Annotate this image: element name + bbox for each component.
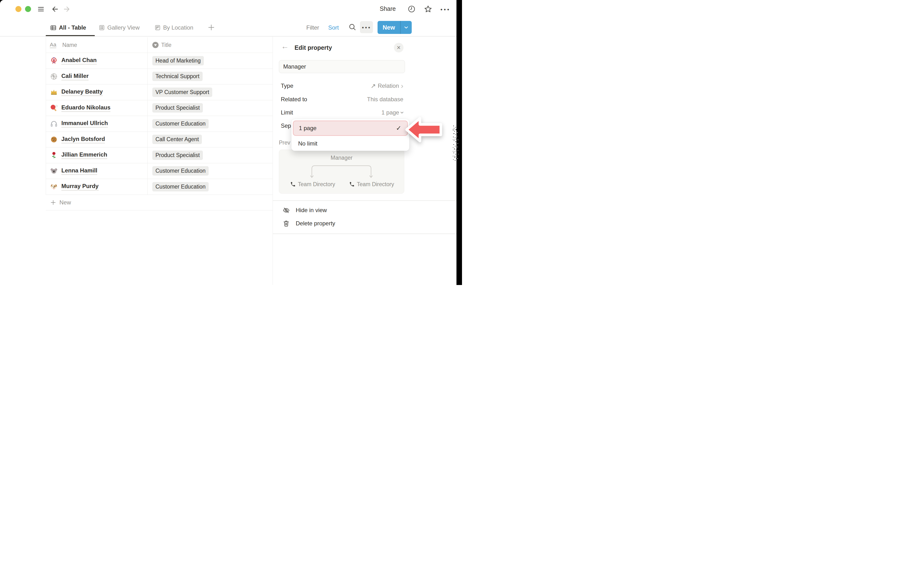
title-tag[interactable]: Head of Marketing bbox=[152, 56, 204, 66]
property-row-related-to[interactable]: Related to This database bbox=[279, 95, 403, 104]
new-button-label[interactable]: New bbox=[378, 21, 400, 34]
name-cell[interactable]: Anabel Chan bbox=[46, 57, 147, 65]
table-row[interactable]: Eduardo Nikolaus Product Specialist bbox=[46, 100, 273, 116]
title-tag[interactable]: VP Customer Support bbox=[152, 87, 212, 97]
maximize-window-button[interactable] bbox=[25, 6, 31, 12]
page-name[interactable]: Lenna Hamill bbox=[61, 167, 97, 175]
new-row-button[interactable]: New bbox=[46, 195, 273, 211]
property-row-type[interactable]: Type ↗ Relation › bbox=[279, 81, 403, 91]
table-row[interactable]: Jillian Emmerich Product Specialist bbox=[46, 147, 273, 163]
search-icon[interactable] bbox=[348, 23, 356, 31]
name-cell[interactable]: Cali Miller bbox=[46, 72, 147, 81]
preview-child-item: Team Directory bbox=[349, 181, 394, 188]
checkmark-icon: ✓ bbox=[396, 124, 401, 132]
name-cell[interactable]: Immanuel Ullrich bbox=[46, 120, 147, 128]
panel-divider bbox=[273, 233, 457, 234]
name-cell[interactable]: Lenna Hamill bbox=[46, 167, 147, 175]
title-tag[interactable]: Technical Support bbox=[152, 72, 203, 81]
board-view-icon bbox=[155, 25, 161, 31]
sort-button[interactable]: Sort bbox=[328, 24, 339, 31]
column-header-title[interactable]: Title bbox=[147, 42, 273, 48]
table-row[interactable]: Anabel Chan Head of Marketing bbox=[46, 53, 273, 69]
column-title-label: Title bbox=[161, 42, 172, 48]
view-options-button[interactable]: ●●● bbox=[360, 21, 373, 33]
column-name-label: Name bbox=[62, 42, 77, 48]
headphones-emoji bbox=[50, 120, 58, 128]
page-name[interactable]: Cali Miller bbox=[61, 73, 89, 80]
title-tag[interactable]: Customer Education bbox=[152, 119, 209, 129]
new-split-button[interactable]: New bbox=[378, 21, 412, 34]
title-tag[interactable]: Customer Education bbox=[152, 182, 209, 192]
option-no-limit[interactable]: No limit bbox=[298, 139, 318, 149]
phone-emoji bbox=[349, 182, 355, 187]
title-tag[interactable]: Product Specialist bbox=[152, 150, 203, 160]
tab-by-location[interactable]: By Location bbox=[155, 24, 193, 31]
table-header-row: Aa Name Title bbox=[46, 37, 273, 53]
new-row-label: New bbox=[60, 199, 71, 206]
tab-label: All - Table bbox=[59, 24, 86, 31]
table-row[interactable]: Murray Purdy Customer Education bbox=[46, 179, 273, 195]
column-divider[interactable] bbox=[147, 37, 147, 195]
select-property-icon bbox=[152, 42, 158, 48]
share-button[interactable]: Share bbox=[380, 5, 396, 12]
preview-label-clipped: Prev bbox=[279, 139, 290, 146]
relation-preview-box: Manager Team Directory Team Directory bbox=[279, 150, 404, 194]
page-name[interactable]: Delaney Beatty bbox=[61, 88, 103, 96]
title-tag[interactable]: Customer Education bbox=[152, 166, 209, 176]
favorite-star-icon[interactable] bbox=[424, 5, 433, 14]
table-row[interactable]: Immanuel Ullrich Customer Education bbox=[46, 116, 273, 132]
page-name[interactable]: Eduardo Nikolaus bbox=[61, 104, 111, 112]
option-1-page[interactable]: 1 page ✓ bbox=[293, 121, 408, 136]
forward-icon[interactable] bbox=[63, 5, 71, 13]
filter-button[interactable]: Filter bbox=[306, 24, 319, 31]
limit-dropdown-menu: 1 page ✓ No limit bbox=[292, 119, 409, 151]
relation-arrow-icon: ↗ bbox=[371, 82, 376, 90]
page-name[interactable]: Immanuel Ullrich bbox=[61, 120, 108, 127]
name-cell[interactable]: Jillian Emmerich bbox=[46, 151, 147, 159]
trash-icon bbox=[282, 220, 290, 227]
add-view-plus-icon[interactable] bbox=[207, 24, 215, 31]
name-cell[interactable]: Eduardo Nikolaus bbox=[46, 104, 147, 112]
panel-title: Edit property bbox=[295, 44, 332, 51]
preview-child-item: Team Directory bbox=[290, 181, 335, 188]
chevron-right-icon: › bbox=[401, 82, 403, 89]
table-row[interactable]: Delaney Beatty VP Customer Support bbox=[46, 84, 273, 100]
name-cell[interactable]: Jaclyn Botsford bbox=[46, 135, 147, 144]
ping-pong-emoji bbox=[50, 104, 58, 112]
column-header-name[interactable]: Aa Name bbox=[46, 42, 147, 48]
table-row[interactable]: Lenna Hamill Customer Education bbox=[46, 163, 273, 179]
back-icon[interactable] bbox=[51, 5, 59, 13]
page-name[interactable]: Jillian Emmerich bbox=[61, 151, 107, 159]
name-cell[interactable]: Murray Purdy bbox=[46, 182, 147, 191]
annotation-arrow-left bbox=[405, 115, 443, 144]
ferris-wheel-emoji bbox=[50, 57, 58, 65]
name-cell[interactable]: Delaney Beatty bbox=[46, 88, 147, 96]
updates-clock-icon[interactable] bbox=[408, 5, 416, 13]
page-name[interactable]: Anabel Chan bbox=[61, 57, 97, 64]
title-tag[interactable]: Call Center Agent bbox=[152, 135, 202, 144]
tab-all-table[interactable]: All - Table bbox=[50, 24, 86, 31]
property-name-input[interactable]: Manager bbox=[279, 60, 405, 73]
sidebar-menu-icon[interactable] bbox=[37, 6, 45, 13]
table-row[interactable]: Cali Miller Technical Support bbox=[46, 69, 273, 85]
new-dropdown-segment[interactable] bbox=[400, 21, 412, 34]
window-more-icon[interactable]: ●●● bbox=[441, 7, 450, 11]
delete-property-button[interactable]: Delete property bbox=[273, 218, 457, 229]
page-name[interactable]: Murray Purdy bbox=[61, 183, 99, 190]
page-name[interactable]: Jaclyn Botsford bbox=[61, 136, 105, 143]
table-row[interactable]: Jaclyn Botsford Call Center Agent bbox=[46, 132, 273, 148]
plus-icon bbox=[50, 199, 56, 205]
panel-back-icon[interactable]: ← bbox=[281, 42, 289, 51]
tab-label: Gallery View bbox=[107, 24, 140, 31]
dog-emoji bbox=[50, 182, 58, 191]
tab-gallery-view[interactable]: Gallery View bbox=[99, 24, 140, 31]
database-table: Aa Name Title Anabel Chan Head bbox=[46, 37, 273, 210]
rose-emoji bbox=[50, 151, 58, 159]
property-name-value: Manager bbox=[283, 63, 306, 70]
crown-emoji bbox=[50, 88, 58, 96]
close-icon[interactable]: × bbox=[394, 43, 404, 52]
property-row-limit[interactable]: Limit 1 page › bbox=[279, 108, 403, 117]
hide-in-view-button[interactable]: Hide in view bbox=[273, 205, 457, 216]
minimize-window-button[interactable] bbox=[15, 6, 21, 12]
title-tag[interactable]: Product Specialist bbox=[152, 103, 203, 113]
